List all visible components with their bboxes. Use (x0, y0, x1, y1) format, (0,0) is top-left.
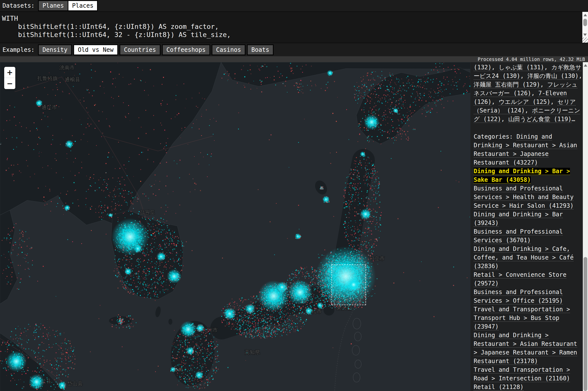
zoom-in-button[interactable]: + (4, 67, 15, 78)
example-button-casinos[interactable]: Casinos (212, 44, 246, 55)
sidebar-scrollbar[interactable] (583, 62, 588, 391)
scroll-down-icon[interactable] (583, 34, 587, 36)
sql-text: WITH bitShiftLeft(1::UInt64, {z:UInt8}) … (0, 12, 588, 39)
results-sidebar: (132), しゃぶ葉 (131), カギ救急サービス24 (130), 洋服の… (470, 62, 588, 391)
results-content: (132), しゃぶ葉 (131), カギ救急サービス24 (130), 洋服の… (474, 63, 582, 391)
example-button-coffeeshops[interactable]: Coffeeshops (162, 44, 210, 55)
query-status-bar: Processed 4.04 million rows, 42.32 MiB (0, 56, 588, 62)
scroll-up-icon[interactable] (584, 14, 587, 16)
editor-scrollbar[interactable] (582, 12, 588, 37)
brand-link[interactable]: ウエルシア (125) (499, 98, 551, 105)
scroll-up-icon[interactable] (584, 64, 587, 67)
examples-button-group: DensityOld vs NewCountriesCoffeeshopsCas… (38, 44, 275, 55)
zoom-out-button[interactable]: − (4, 78, 15, 89)
category-link[interactable]: Retail (21128) (474, 384, 524, 391)
sql-editor[interactable]: WITH bitShiftLeft(1::UInt64, {z:UInt8}) … (0, 12, 588, 43)
category-link[interactable]: Retail > Convenience Store (29572) (474, 271, 567, 287)
dataset-button-places[interactable]: Places (68, 1, 97, 10)
category-link[interactable]: Business and Professional Services > Off… (474, 289, 563, 304)
datasets-button-group: PlanesPlaces (38, 0, 98, 11)
textarea-resize-grip-icon[interactable] (582, 37, 588, 43)
query-status-text: Processed 4.04 million rows, 42.32 MiB (478, 57, 585, 62)
brand-link[interactable]: 洋麺屋 五右衛門 (129) (474, 81, 540, 88)
sidebar-scrollbar-thumb[interactable] (584, 257, 587, 391)
datasets-label: Datasets: (2, 2, 35, 9)
map-zoom-control: + − (4, 67, 15, 89)
category-link[interactable]: Business and Professional Services (3670… (474, 228, 563, 244)
category-link[interactable]: Dining and Drinking > Bar (39243) (474, 211, 563, 226)
editor-scrollbar-thumb[interactable] (583, 19, 587, 26)
brand-link[interactable]: 山田うどん食堂 (119) (508, 116, 572, 123)
category-link[interactable]: Business and Professional Services > Hea… (474, 185, 574, 209)
examples-label: Examples: (2, 46, 35, 53)
category-link[interactable]: Travel and Transportation > Transport Hu… (474, 306, 570, 330)
category-link[interactable]: Dining and Drinking > Restaurant > Asian… (474, 332, 577, 365)
category-link[interactable]: Travel and Transportation > Road > Inter… (474, 366, 570, 382)
brand-link[interactable]: 洋服の青山 (130) (528, 73, 579, 80)
example-button-density[interactable]: Density (38, 44, 72, 55)
map-canvas[interactable] (0, 62, 470, 391)
example-button-old-vs-new[interactable]: Old vs New (73, 44, 118, 55)
datasets-bar: Datasets: PlanesPlaces (0, 0, 588, 12)
examples-bar: Examples: DensityOld vs NewCountriesCoff… (0, 43, 588, 56)
map-selection-rectangle[interactable] (331, 265, 366, 305)
category-link[interactable]: Dining and Drinking > Cafe, Coffee, and … (474, 245, 574, 270)
categories-label: Categories: (474, 133, 516, 140)
brand-link[interactable]: しゃぶ葉 (131) (499, 64, 544, 71)
example-button-countries[interactable]: Countries (120, 44, 160, 55)
categories-list: Categories: Dining and Drinking > Restau… (474, 132, 582, 391)
dataset-button-planes[interactable]: Planes (39, 1, 68, 10)
category-link[interactable]: Dining and Drinking > Bar > Sake Bar (43… (474, 168, 570, 183)
example-button-boats[interactable]: Boats (247, 44, 274, 55)
brand-link[interactable]: (132) (474, 64, 491, 71)
brands-list: (132), しゃぶ葉 (131), カギ救急サービス24 (130), 洋服の… (474, 63, 582, 124)
